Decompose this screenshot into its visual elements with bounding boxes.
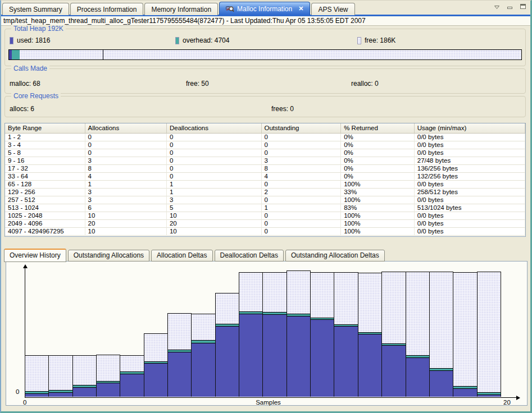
tab-memory-information[interactable]: Memory Information: [144, 3, 218, 15]
table-cell: 0/0 bytes: [415, 196, 525, 204]
tab-overview-history[interactable]: Overview History: [4, 249, 66, 262]
table-cell: 83%: [341, 204, 415, 212]
close-icon[interactable]: ✕: [298, 5, 303, 12]
table-cell: 0: [167, 134, 262, 141]
bar-used-segment: [311, 320, 334, 397]
process-header: tmp/test_heap_mem_thread_multi_alloc_gTe…: [1, 16, 530, 26]
table-row[interactable]: 65 - 128110100%0/0 bytes: [5, 181, 525, 189]
table-cell: 132/256 bytes: [415, 173, 525, 181]
table-cell: 20: [85, 220, 167, 228]
chart-bar-15: [358, 273, 382, 397]
table-cell: 10: [167, 212, 262, 220]
bar-free-segment: [430, 272, 453, 368]
view-menu-button[interactable]: [493, 3, 501, 10]
table-row[interactable]: 17 - 328080%136/256 bytes: [5, 165, 525, 173]
table-cell: 8: [262, 165, 342, 173]
table-row[interactable]: 129 - 25631233%258/512 bytes: [5, 189, 525, 196]
column-header-outstanding[interactable]: Outstanding: [262, 123, 342, 133]
column-header-usage-min-max-[interactable]: Usage (min/max): [415, 123, 525, 133]
table-cell: 2049 - 4096: [5, 220, 85, 228]
table-cell: 0: [85, 149, 167, 157]
table-row[interactable]: 5 - 80000%0/0 bytes: [5, 149, 525, 157]
bar-used-segment: [239, 314, 262, 397]
bar-free-segment: [311, 273, 334, 318]
column-header-deallocations[interactable]: Deallocations: [167, 123, 262, 133]
legend-item-used: used: 1816: [10, 36, 50, 44]
tab-outstanding-allocation-deltas[interactable]: Outstanding Allocation Deltas: [285, 250, 385, 261]
tab-deallocation-deltas[interactable]: Deallocation Deltas: [215, 250, 284, 261]
table-cell: 5: [167, 204, 262, 212]
table-cell: 9 - 16: [5, 157, 85, 165]
column-header-byte-range[interactable]: Byte Range: [5, 123, 85, 133]
tab-outstanding-allocations[interactable]: Outstanding Allocations: [68, 250, 149, 261]
table-cell: 513 - 1024: [5, 204, 85, 212]
chart-bar-11: [262, 272, 287, 397]
calls-made-title: Calls Made: [11, 65, 49, 72]
table-cell: 10: [167, 228, 262, 236]
column-header--returned[interactable]: % Returned: [341, 123, 415, 133]
table-cell: 1025 - 2048: [5, 212, 85, 220]
legend-label: free: 186K: [365, 36, 395, 44]
maximize-button[interactable]: [519, 3, 526, 10]
bar-free-segment: [97, 355, 120, 381]
table-cell: 0: [167, 149, 262, 157]
total-heap-title: Total Heap 192K: [11, 25, 66, 33]
column-header-allocations[interactable]: Allocations: [85, 123, 167, 133]
y-axis-arrow-icon: [23, 264, 28, 268]
table-cell: 3: [262, 157, 342, 165]
tab-allocation-deltas[interactable]: Allocation Deltas: [151, 250, 212, 261]
table-row[interactable]: 1025 - 204810100100%0/0 bytes: [5, 212, 525, 220]
table-cell: 513/1024 bytes: [415, 204, 525, 212]
table-row[interactable]: 257 - 512330100%0/0 bytes: [5, 196, 525, 204]
table-cell: 17 - 32: [5, 165, 85, 173]
table-row[interactable]: 33 - 644040%132/256 bytes: [5, 173, 525, 181]
chart-bars: [25, 270, 501, 397]
table-cell: 0: [85, 141, 167, 149]
table-cell: 10: [85, 228, 167, 236]
chart-bar-5: [120, 355, 144, 397]
table-cell: 0: [262, 149, 342, 157]
total-heap-groupbox: Total Heap 192K used: 1816overhead: 4704…: [4, 29, 526, 66]
table-cell: 0: [167, 165, 262, 173]
tab-aps-view[interactable]: APS View: [311, 3, 354, 15]
frees-count: frees: 0: [271, 105, 294, 113]
malloc-information-icon: [226, 5, 234, 13]
minimize-icon: [507, 7, 512, 9]
table-row[interactable]: 9 - 163030%27/48 bytes: [5, 157, 525, 165]
table-cell: 4: [262, 173, 342, 181]
chart-bar-17: [406, 272, 430, 397]
malloc-information-view-window: System SummaryProcess InformationMemory …: [0, 0, 532, 413]
x-axis: [25, 397, 518, 398]
core-requests-title: Core Requests: [11, 92, 61, 100]
bar-used-segment: [216, 327, 239, 397]
table-cell: 257 - 512: [5, 196, 85, 204]
table-header-row: Byte RangeAllocationsDeallocationsOutsta…: [5, 123, 525, 134]
bar-used-segment: [287, 316, 310, 397]
table-row[interactable]: 4097 - 429496729510100100%0/0 bytes: [5, 228, 525, 236]
table-row[interactable]: 513 - 102465183%513/1024 bytes: [5, 204, 525, 212]
bar-used-segment: [263, 315, 286, 397]
chart-bar-16: [381, 272, 406, 397]
legend-swatch: [175, 37, 179, 44]
table-row[interactable]: 2049 - 409620200100%0/0 bytes: [5, 220, 525, 228]
history-tab-bar: Overview HistoryOutstanding AllocationsA…: [4, 248, 387, 261]
minimize-button[interactable]: [506, 3, 513, 10]
table-row[interactable]: 3 - 40000%0/0 bytes: [5, 141, 525, 149]
tab-process-information[interactable]: Process Information: [70, 3, 144, 15]
chart-bar-14: [334, 272, 358, 397]
bar-used-segment: [73, 388, 96, 397]
bar-used-segment: [478, 395, 501, 397]
table-cell: 0: [262, 134, 342, 141]
table-cell: 0/0 bytes: [415, 212, 525, 220]
tab-system-summary[interactable]: System Summary: [2, 3, 69, 15]
free-count: free: 50: [186, 80, 209, 88]
table-row[interactable]: 1 - 20000%0/0 bytes: [5, 134, 525, 141]
chart-bar-20: [477, 272, 501, 397]
table-cell: 100%: [341, 181, 415, 189]
tab-malloc-information[interactable]: Malloc Information✕: [219, 2, 310, 15]
table-cell: 4: [85, 173, 167, 181]
maximize-icon: [520, 4, 526, 9]
tab-label: Malloc Information: [237, 5, 292, 13]
table-cell: 0%: [341, 157, 415, 165]
bar-used-segment: [406, 358, 429, 397]
